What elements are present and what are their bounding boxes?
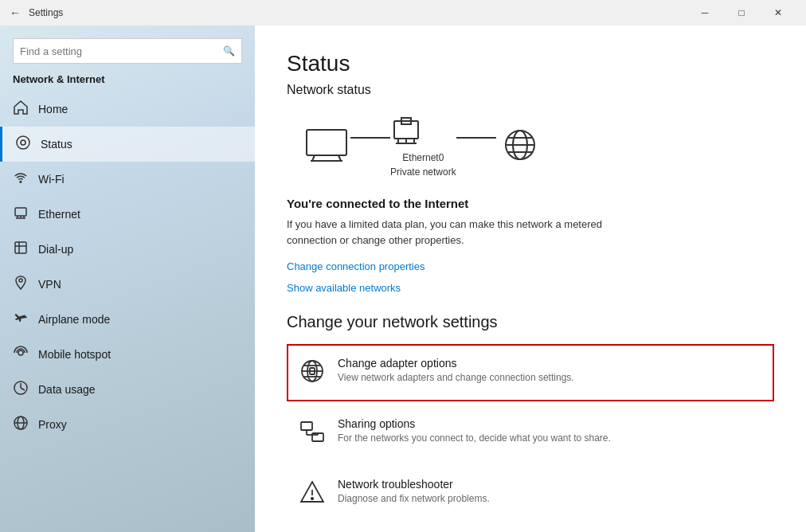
svg-point-1: [21, 140, 25, 145]
back-button[interactable]: ←: [10, 6, 21, 19]
status-icon: [15, 135, 31, 154]
sidebar-item-status-label: Status: [41, 138, 72, 151]
troubleshooter-item[interactable]: Network troubleshooter Diagnose and fix …: [287, 465, 774, 522]
svg-rect-3: [15, 208, 26, 216]
dialup-icon: [13, 240, 29, 259]
troubleshooter-content: Network troubleshooter Diagnose and fix …: [338, 478, 761, 504]
vpn-icon: [13, 275, 29, 294]
svg-point-45: [311, 498, 313, 499]
sharing-options-desc: For the networks you connect to, decide …: [338, 432, 761, 444]
page-title: Status: [287, 51, 774, 76]
sharing-options-content: Sharing options For the networks you con…: [338, 417, 761, 444]
change-connection-link[interactable]: Change connection properties: [287, 260, 774, 272]
sidebar: 🔍 Network & Internet Home Status: [0, 25, 255, 532]
troubleshooter-icon: [299, 479, 325, 510]
sidebar-item-proxy-label: Proxy: [38, 418, 67, 431]
title-bar-title: Settings: [29, 7, 687, 18]
connected-text: You're connected to the Internet: [287, 197, 774, 210]
main-content: Status Network status Ethernet0: [255, 25, 806, 532]
sidebar-item-proxy[interactable]: Proxy: [0, 407, 255, 442]
search-input[interactable]: [20, 45, 223, 57]
adapter-options-icon: [299, 358, 325, 389]
sidebar-item-dialup-label: Dial-up: [38, 243, 73, 256]
show-networks-link[interactable]: Show available networks: [287, 282, 774, 294]
sidebar-item-wifi-label: Wi-Fi: [38, 173, 65, 186]
sidebar-item-wifi[interactable]: Wi-Fi: [0, 162, 255, 197]
change-settings-title: Change your network settings: [287, 313, 774, 331]
sidebar-item-home-label: Home: [38, 103, 68, 115]
wifi-icon: [13, 170, 29, 189]
search-icon: 🔍: [223, 45, 235, 57]
window-controls: ─ □ ✕: [687, 0, 796, 25]
minimize-button[interactable]: ─: [687, 0, 723, 25]
sidebar-item-datausage[interactable]: Data usage: [0, 372, 255, 407]
sidebar-item-hotspot[interactable]: Mobile hotspot: [0, 337, 255, 372]
troubleshooter-title: Network troubleshooter: [338, 478, 761, 491]
network-status-title: Network status: [287, 83, 774, 97]
network-diagram: Ethernet0 Private network: [303, 113, 774, 178]
network-line-1: [350, 137, 390, 139]
sharing-options-item[interactable]: Sharing options For the networks you con…: [287, 405, 774, 462]
maximize-button[interactable]: □: [723, 0, 760, 25]
close-button[interactable]: ✕: [760, 0, 796, 25]
adapter-options-title: Change adapter options: [338, 357, 761, 370]
sidebar-item-status[interactable]: Status: [0, 127, 255, 162]
troubleshooter-desc: Diagnose and fix network problems.: [338, 493, 761, 504]
adapter-label: Ethernet0: [390, 152, 456, 163]
svg-rect-17: [307, 130, 346, 155]
sidebar-item-ethernet[interactable]: Ethernet: [0, 197, 255, 232]
hotspot-icon: [13, 345, 29, 364]
network-line-2: [456, 137, 496, 139]
proxy-icon: [13, 415, 29, 434]
datausage-icon: [13, 380, 29, 399]
title-bar: ← Settings ─ □ ✕: [0, 0, 806, 25]
description-text: If you have a limited data plan, you can…: [287, 217, 621, 248]
sidebar-item-airplane[interactable]: Airplane mode: [0, 302, 255, 337]
airplane-icon: [13, 310, 29, 329]
sidebar-item-datausage-label: Data usage: [38, 383, 96, 396]
sharing-options-icon: [299, 419, 325, 449]
sidebar-item-hotspot-label: Mobile hotspot: [38, 348, 111, 361]
sidebar-item-vpn-label: VPN: [38, 278, 61, 291]
sidebar-item-home[interactable]: Home: [0, 92, 255, 127]
svg-point-12: [18, 350, 23, 355]
svg-point-11: [19, 279, 22, 282]
ethernet-icon: [13, 205, 29, 224]
adapter-options-desc: View network adapters and change connect…: [338, 372, 761, 383]
svg-rect-8: [15, 242, 26, 253]
sidebar-item-airplane-label: Airplane mode: [38, 313, 110, 326]
globe-icon: [496, 127, 544, 163]
network-type-label: Private network: [390, 166, 456, 178]
search-box[interactable]: 🔍: [13, 38, 242, 64]
home-icon: [13, 100, 29, 119]
svg-point-0: [17, 136, 29, 149]
sharing-options-title: Sharing options: [338, 417, 761, 430]
svg-line-18: [312, 155, 315, 161]
adapter-options-content: Change adapter options View network adap…: [338, 357, 761, 383]
sidebar-item-dialup[interactable]: Dial-up: [0, 232, 255, 267]
svg-rect-38: [301, 422, 312, 430]
svg-point-2: [20, 181, 22, 182]
sidebar-item-ethernet-label: Ethernet: [38, 208, 80, 221]
adapter-icon: Ethernet0 Private network: [390, 113, 456, 178]
svg-line-19: [338, 155, 341, 161]
computer-icon: [303, 127, 350, 163]
sidebar-section-title: Network & Internet: [0, 70, 255, 92]
adapter-options-item[interactable]: Change adapter options View network adap…: [287, 344, 774, 401]
sidebar-item-vpn[interactable]: VPN: [0, 267, 255, 302]
